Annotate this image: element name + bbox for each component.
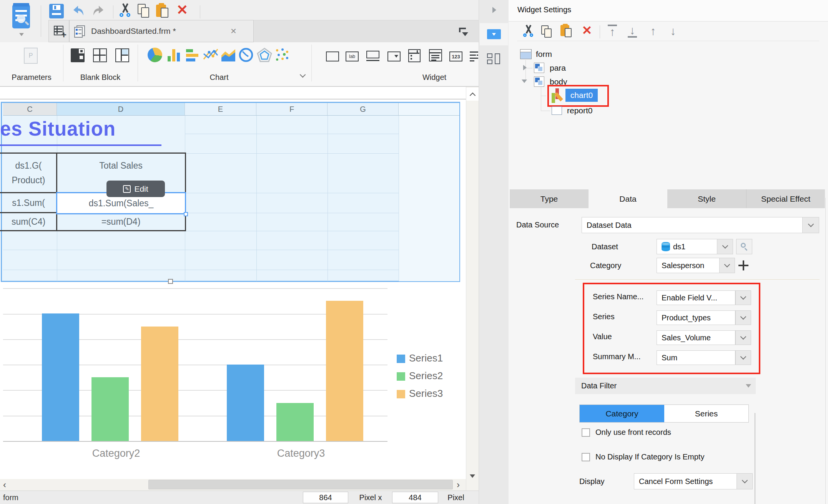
panel-scrollbar-line[interactable] xyxy=(825,198,826,504)
app-menu-icon[interactable] xyxy=(12,5,30,28)
column-header-D[interactable]: D xyxy=(57,103,185,116)
chart-dots-icon[interactable] xyxy=(274,48,290,62)
series-select[interactable]: Product_types xyxy=(657,310,735,325)
cell-C4[interactable]: sum(C4) xyxy=(0,213,57,230)
collapse-right-icon[interactable] xyxy=(492,7,496,13)
save-button[interactable] xyxy=(49,4,64,18)
bar-Series1-Category2[interactable] xyxy=(42,313,79,441)
move-to-top-button[interactable]: ↑ xyxy=(606,24,619,38)
edit-tooltip[interactable]: ✎ Edit xyxy=(106,181,165,197)
cut-button[interactable] xyxy=(118,3,132,18)
widget-panel-icon[interactable] xyxy=(408,49,421,62)
chart-gauge-icon[interactable] xyxy=(238,48,254,62)
widget-multiline-icon[interactable] xyxy=(470,51,479,61)
cell-D4[interactable]: =sum(D4) xyxy=(57,213,185,230)
widget-textarea-icon[interactable] xyxy=(366,51,379,61)
move-up-button[interactable]: ↑ xyxy=(647,24,660,38)
data-filter-header[interactable]: Data Filter xyxy=(575,378,756,394)
cell-C3[interactable]: s1.Sum( xyxy=(0,193,57,212)
move-down-button[interactable]: ↓ xyxy=(667,24,680,38)
panel-paste-button[interactable] xyxy=(560,24,573,38)
tab-special-effect[interactable]: Special Effect xyxy=(746,189,825,208)
bar-Series1-Category3[interactable] xyxy=(227,365,264,441)
layout-tool-button[interactable] xyxy=(487,53,501,64)
dataset-chevron[interactable] xyxy=(717,239,733,254)
tree-item-report0[interactable]: report0 xyxy=(550,105,627,116)
app-menu-caret-icon[interactable] xyxy=(19,33,24,36)
redo-button[interactable] xyxy=(91,4,106,18)
toggle-series[interactable]: Series xyxy=(664,405,748,422)
pointer-tool-button[interactable] xyxy=(487,29,501,39)
checkbox-only-front-records[interactable] xyxy=(582,428,590,437)
panel-cut-button[interactable] xyxy=(522,25,535,38)
dataset-select[interactable]: ds1 xyxy=(657,239,717,254)
bar-Series3-Category2[interactable] xyxy=(141,327,178,441)
series-chevron[interactable] xyxy=(735,310,751,325)
close-tab-icon[interactable]: ✕ xyxy=(230,20,237,42)
series-name-select[interactable]: Enable Field V... xyxy=(657,290,735,305)
panel-copy-button[interactable] xyxy=(540,25,554,38)
series-name-chevron[interactable] xyxy=(735,290,751,305)
move-to-bottom-button[interactable]: ↓ xyxy=(626,24,639,38)
tree-item-para[interactable]: para xyxy=(519,62,604,74)
vertical-scrollbar[interactable] xyxy=(466,87,479,491)
tab-data[interactable]: Data xyxy=(589,189,667,208)
bar-Series3-Category3[interactable] xyxy=(326,301,363,441)
display-chevron[interactable] xyxy=(737,473,753,489)
checkbox-no-display-empty[interactable] xyxy=(582,453,590,461)
tab-type[interactable]: Type xyxy=(510,189,589,208)
delete-button[interactable]: ✕ xyxy=(175,2,189,18)
category-chevron[interactable] xyxy=(719,258,735,273)
scroll-down-icon[interactable] xyxy=(466,469,479,482)
float-layout-icon[interactable] xyxy=(459,28,469,38)
toggle-category[interactable]: Category xyxy=(580,405,664,422)
column-header-G[interactable]: G xyxy=(328,103,399,116)
value-select[interactable]: Sales_Volume xyxy=(657,330,735,345)
cell-D2[interactable]: Total Sales xyxy=(57,160,185,171)
horizontal-scrollbar[interactable]: ‹ › xyxy=(0,479,466,491)
column-header-F[interactable]: F xyxy=(256,103,328,116)
status-height-field[interactable]: 484 xyxy=(392,492,438,503)
selection-bottom-handle[interactable] xyxy=(168,279,173,284)
add-category-button[interactable] xyxy=(738,260,748,270)
chart-scatter-icon[interactable] xyxy=(203,48,218,62)
category-select[interactable]: Salesperson xyxy=(657,258,720,273)
summary-chevron[interactable] xyxy=(735,350,751,365)
chart-radar-icon[interactable] xyxy=(257,48,272,62)
scrollbar-thumb[interactable] xyxy=(148,480,453,489)
blank-block-cols-icon[interactable] xyxy=(115,48,129,62)
parameters-icon[interactable]: P xyxy=(24,48,38,64)
dataset-search-button[interactable] xyxy=(736,239,752,254)
scroll-right-icon[interactable]: › xyxy=(457,479,460,491)
column-header-E[interactable]: E xyxy=(185,103,256,116)
chart-column-icon[interactable] xyxy=(167,48,181,62)
value-chevron[interactable] xyxy=(735,330,751,345)
bar-Series2-Category3[interactable] xyxy=(276,403,314,441)
widget-number-icon[interactable]: 123 xyxy=(449,51,462,61)
summary-select[interactable]: Sum xyxy=(657,350,735,365)
data-source-select[interactable]: Dataset Data xyxy=(582,217,803,233)
collapse-icon[interactable] xyxy=(522,80,527,83)
expand-icon[interactable] xyxy=(523,65,527,70)
scroll-up-button[interactable] xyxy=(466,88,479,101)
tab-style[interactable]: Style xyxy=(667,189,746,208)
column-header-C[interactable]: C xyxy=(3,103,57,116)
cell-C2[interactable]: ds1.G(Product) xyxy=(0,158,57,187)
bar-Series2-Category2[interactable] xyxy=(91,377,129,441)
data-source-chevron[interactable] xyxy=(802,217,819,233)
widget-date-icon[interactable] xyxy=(429,49,442,61)
scroll-left-icon[interactable]: ‹ xyxy=(3,479,6,491)
paste-button[interactable] xyxy=(155,3,170,18)
inner-scrollbar-line[interactable] xyxy=(755,413,755,504)
display-select[interactable]: Cancel Form Settings xyxy=(634,473,737,489)
copy-button[interactable] xyxy=(137,4,151,18)
panel-delete-button[interactable]: ✕ xyxy=(580,23,594,38)
tree-item-chart0[interactable]: chart0 xyxy=(551,88,609,104)
blank-block-report-icon[interactable] xyxy=(71,48,85,62)
chart-area-icon[interactable] xyxy=(221,48,236,62)
status-width-field[interactable]: 864 xyxy=(303,492,348,503)
sheet-title[interactable]: es Situation xyxy=(0,118,161,146)
blank-block-grid-icon[interactable] xyxy=(93,48,107,62)
undo-button[interactable] xyxy=(71,4,85,18)
document-tab[interactable]: DashboardStarted.frm * ✕ xyxy=(69,20,254,42)
